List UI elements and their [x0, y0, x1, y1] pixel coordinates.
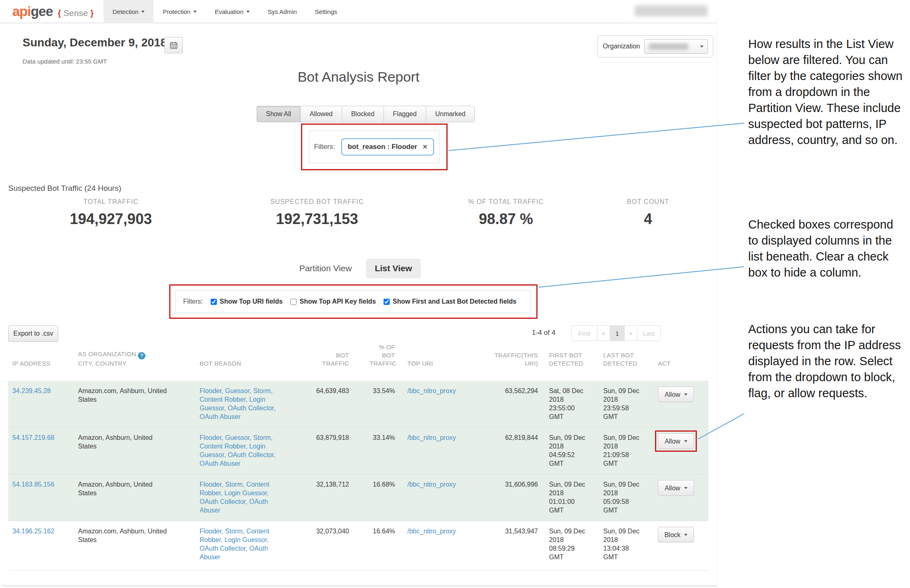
filter-chip-text: bot_reason : Flooder: [348, 143, 417, 151]
top-uri-link[interactable]: /bbc_nitro_proxy: [407, 528, 456, 535]
as-organization: Amazon, Ashburn, United States: [78, 480, 169, 497]
chevron-down-icon: [684, 534, 687, 536]
bot-reason-links[interactable]: Flooder, Guessor, Storm, Content Robber,…: [200, 433, 282, 468]
pagination-next-button[interactable]: >: [624, 325, 637, 341]
ip-address-link[interactable]: 34.239.45.28: [12, 387, 51, 394]
as-organization: Amazon.com, Ashburn, United States: [78, 527, 169, 544]
top-uri-link[interactable]: /bbc_nitro_proxy: [407, 434, 456, 441]
ip-address-link[interactable]: 34.196.25.162: [12, 528, 54, 535]
checkbox-input[interactable]: [290, 299, 296, 305]
annotation-text-checkboxes: Checked boxes correspond to displayed co…: [748, 217, 905, 281]
ip-address-link[interactable]: 54.163.85.156: [12, 481, 54, 488]
stat-suspected-bot-traffic: SUSPECTED BOT TRAFFIC 192,731,153: [251, 198, 383, 228]
organization-dropdown[interactable]: [644, 39, 708, 54]
column-header-first-bot-detected: FIRST BOT DETECTED: [538, 351, 591, 368]
status-tab-group: Show All Allowed Blocked Flagged Unmarke…: [7, 106, 724, 122]
table-header-row: IP ADDRESS AS ORGANIZATION ?, CITY, COUN…: [8, 343, 708, 373]
header-text: TRAFFIC(THIS URI): [489, 351, 538, 368]
logo-gee: gee: [31, 4, 53, 19]
tab-partition-view[interactable]: Partition View: [296, 259, 355, 278]
city-country-text: CITY, COUNTRY: [78, 360, 126, 367]
action-dropdown[interactable]: Block: [658, 527, 694, 542]
header-text: FIRST BOT DETECTED: [549, 351, 588, 368]
traffic-this-uri-value: 62,819,844: [466, 433, 538, 470]
data-updated-label: Data updated until: 23:55 GMT: [23, 58, 107, 65]
nav-item-settings[interactable]: Settings: [306, 0, 346, 23]
as-org-text: AS ORGANIZATION: [78, 350, 136, 357]
sense-wordmark: { Sense }: [58, 8, 94, 18]
nav-item-detection[interactable]: Detection: [103, 0, 154, 23]
action-dropdown[interactable]: Allow: [658, 387, 694, 402]
comma-text: ,: [145, 350, 147, 357]
stat-pct-total-traffic: % OF TOTAL TRAFFIC 98.87 %: [440, 198, 572, 228]
action-label: Allow: [664, 390, 680, 399]
tab-show-all[interactable]: Show All: [257, 106, 301, 122]
bot-reason-links[interactable]: Flooder, Storm, Content Robber, Login Gu…: [200, 480, 282, 515]
user-email-redacted[interactable]: [634, 5, 708, 16]
remove-filter-icon[interactable]: ✕: [423, 143, 428, 151]
tab-list-view[interactable]: List View: [366, 259, 421, 278]
last-bot-detected: Sun, 09 Dec 2018 05:09:58 GMT: [603, 480, 642, 515]
stat-label: TOTAL TRAFFIC: [45, 198, 177, 206]
checkbox-label: Show First and Last Bot Detected fields: [393, 298, 516, 305]
pct-bot-traffic-value: 16.64%: [349, 527, 395, 566]
as-organization: Amazon, Ashburn, United States: [78, 433, 169, 451]
chevron-down-icon: [246, 11, 250, 13]
main-nav: Detection Protection Evaluation Sys Admi…: [103, 0, 346, 23]
nav-item-protection-label: Protection: [163, 8, 191, 15]
column-header-bot-traffic: BOT TRAFFIC: [296, 351, 349, 368]
annotation-text-actions: Actions you can take for requests from t…: [748, 321, 905, 401]
chevron-down-icon: [684, 440, 687, 442]
action-label: Allow: [664, 484, 680, 492]
bot-reason-links[interactable]: Flooder, Guessor, Storm, Content Robber,…: [200, 387, 282, 421]
pagination-current-page[interactable]: 1: [610, 325, 625, 341]
tab-allowed[interactable]: Allowed: [300, 106, 342, 122]
pagination-last-button[interactable]: Last: [637, 325, 661, 341]
date-picker-button[interactable]: [164, 37, 183, 53]
pagination-first-button[interactable]: First: [571, 325, 597, 341]
sense-open-brace: {: [58, 8, 61, 18]
header-text: BOT TRAFFIC: [320, 351, 349, 368]
checkbox-input[interactable]: [211, 299, 217, 305]
tab-flagged[interactable]: Flagged: [384, 106, 426, 122]
apigee-sense-logo: apigee { Sense }: [12, 4, 94, 19]
tab-unmarked[interactable]: Unmarked: [426, 106, 475, 122]
action-dropdown[interactable]: Allow: [658, 433, 694, 449]
checkbox-input[interactable]: [384, 299, 390, 305]
bot-traffic-value: 32,138,712: [296, 480, 349, 517]
nav-item-evaluation[interactable]: Evaluation: [206, 0, 259, 23]
column-filter-bar: Filters: Show Top URI fields Show Top AP…: [175, 290, 531, 313]
pagination-prev-button[interactable]: <: [597, 325, 610, 341]
bot-list-table: 34.239.45.28 Amazon.com, Ashburn, United…: [8, 381, 708, 570]
checkbox-show-first-last-detected[interactable]: Show First and Last Bot Detected fields: [384, 298, 516, 305]
nav-item-protection[interactable]: Protection: [154, 0, 206, 23]
action-dropdown[interactable]: Allow: [658, 480, 694, 496]
chevron-down-icon: [141, 11, 145, 13]
bot-traffic-value: 64,639,483: [296, 387, 349, 423]
top-uri-link[interactable]: /bbc_nitro_proxy: [407, 481, 456, 488]
column-header-ip: IP ADDRESS: [8, 359, 73, 368]
bot-reason-links[interactable]: Flooder, Storm, Content Robber, Login Gu…: [200, 527, 282, 561]
ip-address-link[interactable]: 54.157.219.68: [12, 434, 54, 441]
last-bot-detected: Sun, 09 Dec 2018 21:09:58 GMT: [603, 433, 642, 468]
nav-item-sys-admin[interactable]: Sys Admin: [259, 0, 306, 23]
page-title: Bot Analysis Report: [0, 69, 717, 85]
report-date: Sunday, December 9, 2018: [23, 36, 167, 49]
table-row: 34.196.25.162 Amazon.com, Ashburn, Unite…: [8, 521, 708, 570]
column-header-act: ACT: [646, 359, 708, 368]
checkbox-show-top-uri[interactable]: Show Top URI fields: [211, 298, 283, 305]
nav-item-settings-label: Settings: [315, 8, 337, 15]
filters-label: Filters:: [183, 298, 203, 305]
sense-close-brace: }: [90, 8, 94, 18]
stat-bot-count: BOT COUNT 4: [582, 198, 714, 228]
filter-bar: Filters: bot_reason : Flooder ✕: [309, 130, 439, 163]
checkbox-show-top-api-key[interactable]: Show Top API Key fields: [290, 298, 376, 305]
filter-chip-bot-reason[interactable]: bot_reason : Flooder ✕: [341, 138, 434, 156]
top-uri-link[interactable]: /bbc_nitro_proxy: [407, 387, 456, 394]
stats-heading: Suspected Bot Traffic (24 Hours): [8, 184, 121, 193]
pagination-controls: First < 1 > Last: [572, 325, 661, 341]
tab-blocked[interactable]: Blocked: [342, 106, 384, 122]
export-csv-button[interactable]: Export to .csv: [8, 325, 58, 342]
help-icon[interactable]: ?: [138, 352, 145, 359]
table-row: 54.163.85.156 Amazon, Ashburn, United St…: [8, 474, 708, 521]
